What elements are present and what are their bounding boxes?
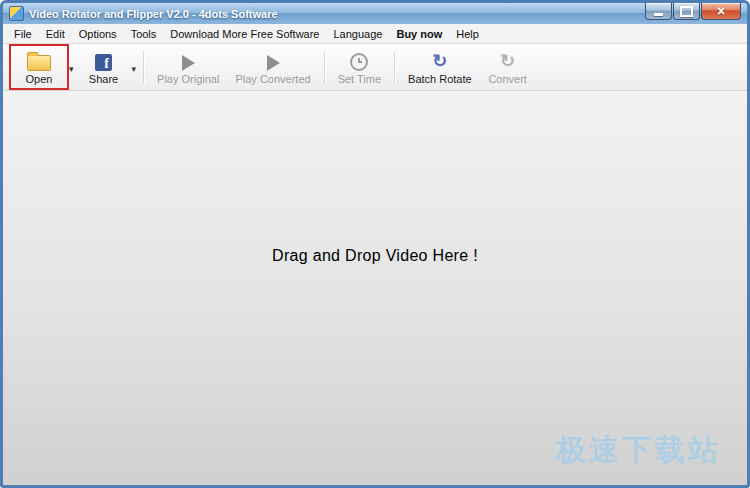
app-window: Video Rotator and Flipper V2.0 - 4dots S… <box>0 0 750 488</box>
play-icon <box>267 55 280 71</box>
toolbar-separator <box>324 51 325 83</box>
convert-icon <box>500 52 515 71</box>
toolbar-separator <box>143 51 144 83</box>
convert-label: Convert <box>488 73 527 85</box>
set-time-label: Set Time <box>338 73 381 85</box>
toolbar: Open Share Play Original Play Converted … <box>3 44 747 91</box>
open-dropdown-icon[interactable] <box>69 58 74 76</box>
maximize-icon <box>680 6 693 17</box>
menu-tools[interactable]: Tools <box>124 26 164 42</box>
batch-rotate-icon <box>432 52 447 71</box>
drop-zone-text: Drag and Drop Video Here ! <box>272 247 478 265</box>
play-icon <box>182 55 195 71</box>
window-controls <box>644 3 741 20</box>
toolbar-separator <box>394 51 395 83</box>
menu-buy-now[interactable]: Buy now <box>389 26 449 42</box>
share-button-label: Share <box>89 73 118 85</box>
play-original-button[interactable]: Play Original <box>149 46 227 88</box>
play-converted-label: Play Converted <box>235 73 310 85</box>
share-dropdown-icon[interactable] <box>132 58 137 76</box>
open-button-highlight: Open <box>9 44 69 90</box>
close-button[interactable] <box>701 3 741 20</box>
facebook-icon <box>95 54 112 71</box>
open-button[interactable]: Open <box>11 46 67 88</box>
menu-edit[interactable]: Edit <box>39 26 72 42</box>
batch-rotate-button[interactable]: Batch Rotate <box>400 46 480 88</box>
clock-icon <box>350 53 368 71</box>
menu-options[interactable]: Options <box>72 26 124 42</box>
menu-language[interactable]: Language <box>327 26 390 42</box>
minimize-button[interactable] <box>645 3 672 20</box>
maximize-button[interactable] <box>673 3 700 20</box>
title-bar[interactable]: Video Rotator and Flipper V2.0 - 4dots S… <box>3 3 747 24</box>
window-title: Video Rotator and Flipper V2.0 - 4dots S… <box>29 8 278 20</box>
app-icon <box>9 6 24 21</box>
batch-rotate-label: Batch Rotate <box>408 73 472 85</box>
minimize-icon <box>654 13 663 16</box>
convert-button[interactable]: Convert <box>480 46 536 88</box>
close-icon <box>717 2 725 20</box>
folder-icon <box>27 55 51 71</box>
watermark: 极速下载站 <box>556 430 721 471</box>
menu-file[interactable]: File <box>7 26 39 42</box>
set-time-button[interactable]: Set Time <box>330 46 389 88</box>
menu-download-more[interactable]: Download More Free Software <box>163 26 326 42</box>
menu-bar: File Edit Options Tools Download More Fr… <box>3 24 747 44</box>
play-converted-button[interactable]: Play Converted <box>227 46 318 88</box>
share-button[interactable]: Share <box>76 46 132 88</box>
drop-zone[interactable]: Drag and Drop Video Here ! 极速下载站 <box>3 91 747 485</box>
menu-help[interactable]: Help <box>449 26 486 42</box>
open-button-label: Open <box>26 73 53 85</box>
play-original-label: Play Original <box>157 73 219 85</box>
